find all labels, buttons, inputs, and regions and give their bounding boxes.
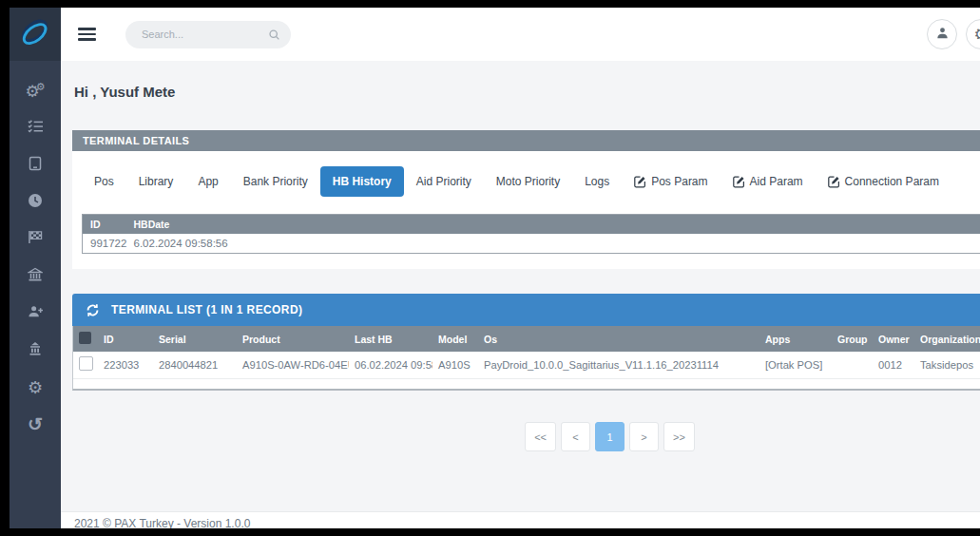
column-header-organization: Organization <box>914 326 980 352</box>
history-icon: ↺ <box>28 415 43 433</box>
cell-last-hb: 06.02.2024 09:58 <box>349 352 432 379</box>
terminal-list-table-wrap: ID Serial Product Last HB Model Os Apps … <box>72 326 980 379</box>
cell-id: 223033 <box>98 352 153 379</box>
sidebar-item-banks[interactable] <box>10 258 61 295</box>
hb-id-cell: 991722 <box>83 234 126 254</box>
sidebar-item-campaigns[interactable] <box>10 220 61 258</box>
logo[interactable] <box>10 8 61 61</box>
cell-organization: Taksidepos <box>914 352 980 379</box>
cell-serial: 2840044821 <box>153 352 237 379</box>
refresh-icon[interactable] <box>86 303 100 317</box>
table-bottom-border <box>72 379 980 391</box>
content: Hi , Yusuf Mete TERMINAL DETAILS Pos Lib… <box>61 61 980 511</box>
column-header-id: ID <box>83 215 126 235</box>
hb-history-table: ID HBDate 991722 6.02.2024 09:58:56 <box>82 214 980 254</box>
menu-toggle-button[interactable] <box>78 25 97 44</box>
gear-icon: ⚙ <box>28 379 43 396</box>
sidebar-item-organizations[interactable] <box>10 332 61 369</box>
sidebar: ⚙⚙ <box>10 8 61 528</box>
cell-owner: 0012 <box>873 352 914 379</box>
sidebar-item-parameters[interactable]: ⚙⚙ <box>10 72 61 109</box>
terminal-list-header: TERMINAL LIST (1 IN 1 RECORD) <box>72 294 980 326</box>
pagination-first-button[interactable]: << <box>525 422 556 451</box>
pagination: << < 1 > >> <box>156 422 980 451</box>
topbar-actions: ⚙ <box>927 19 980 49</box>
add-user-icon <box>28 304 44 322</box>
tab-aid-param[interactable]: Aid Param <box>721 166 816 197</box>
cell-apps: [Ortak POS] <box>759 352 832 379</box>
column-header-model: Model <box>432 326 478 352</box>
tab-app[interactable]: App <box>185 166 230 197</box>
cell-model: A910S <box>432 352 478 379</box>
column-header-last-hb: Last HB <box>349 326 432 352</box>
select-all-checkbox[interactable] <box>79 332 91 344</box>
terminal-device-icon <box>28 156 43 175</box>
column-header-product: Product <box>237 326 349 352</box>
column-header-owner: Owner <box>873 326 914 352</box>
pagination-next-button[interactable]: > <box>629 422 659 451</box>
sidebar-item-add-user[interactable] <box>10 295 61 332</box>
sidebar-item-settings[interactable]: ⚙ <box>10 369 61 406</box>
topbar: ⚙ <box>61 8 980 61</box>
sidebar-item-tasks[interactable] <box>10 109 61 146</box>
column-header-hbdate: HBDate <box>126 215 980 235</box>
tab-logs[interactable]: Logs <box>572 166 622 197</box>
hb-history-row[interactable]: 991722 6.02.2024 09:58:56 <box>83 234 980 254</box>
terminal-list-title: TERMINAL LIST (1 IN 1 RECORD) <box>111 303 302 316</box>
column-header-apps: Apps <box>759 326 832 352</box>
cogs-icon: ⚙⚙ <box>25 82 45 100</box>
gear-icon: ⚙ <box>973 27 980 43</box>
terminal-list-table: ID Serial Product Last HB Model Os Apps … <box>73 326 980 379</box>
tab-connection-param[interactable]: Connection Param <box>816 166 951 197</box>
clock-icon <box>28 193 43 212</box>
sidebar-nav: ⚙⚙ <box>10 61 61 443</box>
terminal-details-body: Pos Library App Bank Priority HB History… <box>72 151 980 269</box>
tab-pos-param[interactable]: Pos Param <box>622 166 720 197</box>
page-greeting: Hi , Yusuf Mete <box>74 84 980 100</box>
pax-logo-icon <box>18 15 52 53</box>
column-header-id: ID <box>98 326 153 352</box>
cell-os: PayDroid_10.0.0_Sagittarius_V11.1.16_202… <box>478 352 759 379</box>
user-icon <box>935 26 950 44</box>
search-box <box>125 21 291 48</box>
finish-flag-icon <box>28 230 44 248</box>
pagination-last-button[interactable]: >> <box>663 422 695 451</box>
edit-icon <box>828 176 840 188</box>
tab-pos[interactable]: Pos <box>82 166 126 197</box>
edit-icon <box>733 176 745 188</box>
organization-icon <box>28 341 43 360</box>
pagination-page-1-button[interactable]: 1 <box>595 422 625 451</box>
column-header-serial: Serial <box>153 326 237 352</box>
terminal-list-header-row: ID Serial Product Last HB Model Os Apps … <box>73 326 980 352</box>
sidebar-item-terminals[interactable] <box>10 146 61 183</box>
pagination-prev-button[interactable]: < <box>561 422 590 451</box>
hb-date-cell: 6.02.2024 09:58:56 <box>126 234 980 254</box>
footer-version-text: 2021 © PAX Turkey - Version 1.0.0 <box>74 517 980 528</box>
checklist-icon <box>28 119 44 137</box>
terminal-list-panel: TERMINAL LIST (1 IN 1 RECORD) ID Seria <box>72 294 980 391</box>
terminal-details-panel: TERMINAL DETAILS Pos Library App Bank Pr… <box>72 130 980 269</box>
column-header-group: Group <box>832 326 873 352</box>
hb-history-header-row: ID HBDate <box>83 215 980 235</box>
tab-library[interactable]: Library <box>126 166 186 197</box>
search-input[interactable] <box>140 28 268 41</box>
main-area: ⚙ Hi , Yusuf Mete TERMINAL DETAILS Pos L… <box>61 8 980 528</box>
sidebar-item-history[interactable]: ↺ <box>10 406 61 443</box>
cell-product: A910S-0AW-RD6-04EU <box>237 352 349 379</box>
sidebar-item-monitoring[interactable] <box>10 183 61 220</box>
row-checkbox[interactable] <box>79 356 93 371</box>
tab-bank-priority[interactable]: Bank Priority <box>231 166 320 197</box>
terminal-row[interactable]: 223033 2840044821 A910S-0AW-RD6-04EU 06.… <box>73 352 980 379</box>
cell-group <box>832 352 873 379</box>
tab-hb-history[interactable]: HB History <box>320 166 404 197</box>
tab-aid-priority[interactable]: Aid Priority <box>404 166 484 197</box>
tab-moto-priority[interactable]: Moto Priority <box>484 166 572 197</box>
user-menu-button[interactable] <box>927 19 957 49</box>
edit-icon <box>634 176 646 188</box>
bank-icon <box>28 267 43 286</box>
settings-menu-button[interactable]: ⚙ <box>966 19 980 49</box>
terminal-details-title: TERMINAL DETAILS <box>72 130 980 151</box>
footer: 2021 © PAX Turkey - Version 1.0.0 <box>61 511 980 528</box>
search-icon[interactable] <box>268 29 280 41</box>
app-window: ⚙⚙ <box>10 8 980 528</box>
